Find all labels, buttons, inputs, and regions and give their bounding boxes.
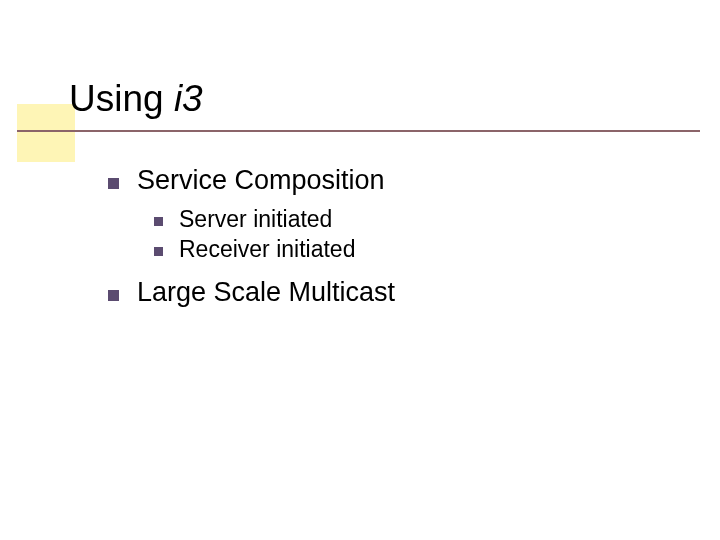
square-bullet-icon	[108, 290, 119, 301]
list-item-label: Receiver initiated	[179, 236, 355, 263]
list-item: Receiver initiated	[154, 236, 395, 263]
title-text-italic: i3	[174, 78, 203, 119]
square-bullet-icon	[154, 217, 163, 226]
title-underline	[17, 130, 700, 132]
content-area: Service Composition Server initiated Rec…	[108, 165, 395, 312]
square-bullet-icon	[108, 178, 119, 189]
list-item-label: Large Scale Multicast	[137, 277, 395, 308]
list-item-label: Service Composition	[137, 165, 385, 196]
sub-list: Server initiated Receiver initiated	[154, 206, 395, 263]
list-item: Large Scale Multicast	[108, 277, 395, 308]
list-item: Service Composition	[108, 165, 395, 196]
slide-title: Using i3	[69, 78, 203, 120]
list-item: Server initiated	[154, 206, 395, 233]
list-item-label: Server initiated	[179, 206, 332, 233]
square-bullet-icon	[154, 247, 163, 256]
title-text-prefix: Using	[69, 78, 174, 119]
title-accent-block	[17, 104, 75, 162]
slide: Using i3 Service Composition Server init…	[0, 0, 720, 540]
